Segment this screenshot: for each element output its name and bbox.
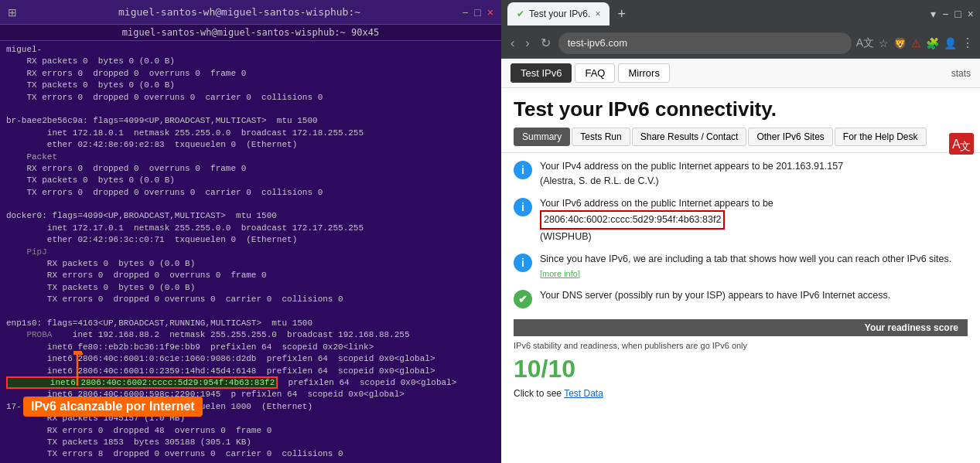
terminal-titlebar: ⊞ miguel-santos-wh@miguel-santos-wisphub… <box>0 0 501 25</box>
tab-help-desk[interactable]: For the Help Desk <box>835 128 927 146</box>
readiness-sub-text: IPv6 stability and readiness, when publi… <box>514 339 968 352</box>
nav-tab-mirrors[interactable]: Mirrors <box>618 63 669 83</box>
results-content: i Your IPv4 address on the public Intern… <box>501 153 980 405</box>
readiness-score-bar: Your readiness score <box>514 319 968 336</box>
test-data-link[interactable]: Test Data <box>564 388 603 399</box>
close-browser-btn[interactable]: × <box>968 8 974 20</box>
close-btn[interactable]: × <box>487 6 493 19</box>
ipv4-result-text: Your IPv4 address on the public Internet… <box>540 159 968 189</box>
grid-icon: ⊞ <box>8 6 17 19</box>
terminal-title: miguel-santos-wh@miguel-santos-wisphub:~ <box>118 6 360 18</box>
ipv6-address-highlight: 2806:40c:6002:cccc:5d29:954f:4b63:83f2 <box>540 210 725 230</box>
extensions-icon[interactable]: 🧩 <box>926 37 939 49</box>
profile-icon[interactable]: 👤 <box>944 37 957 49</box>
more-info-link[interactable]: [more info] <box>540 269 580 278</box>
reload-btn[interactable]: ↻ <box>538 34 554 52</box>
warning-icon: ⚠ <box>911 37 921 49</box>
nav-tab-test-ipv6[interactable]: Test IPv6 <box>510 63 572 83</box>
info-icon-3: i <box>514 254 532 272</box>
ipv6-result-row: i Your IPv6 address on the public Intern… <box>514 196 968 244</box>
check-icon: ✔ <box>514 290 532 308</box>
browser-content: Test IPv6 FAQ Mirrors stats Test your IP… <box>501 59 980 463</box>
active-tab[interactable]: ✔ Test your IPv6. × <box>507 2 610 26</box>
results-tabs: Summary Tests Run Share Results / Contac… <box>501 128 980 153</box>
terminal-body: miguel- RX packets 0 bytes 0 (0.0 B) RX … <box>0 41 501 463</box>
chevron-down-icon[interactable]: ▾ <box>930 8 936 20</box>
ipv6-annotation: IPv6 alcanzable por Internet <box>23 397 203 417</box>
minimize-browser-btn[interactable]: − <box>942 8 948 20</box>
forward-btn[interactable]: › <box>522 35 532 52</box>
ipv6-result-text: Your IPv6 address on the public Internet… <box>540 196 968 244</box>
maximize-btn[interactable]: □ <box>474 6 480 19</box>
back-btn[interactable]: ‹ <box>507 35 517 52</box>
tab-share-results[interactable]: Share Results / Contact <box>632 128 747 146</box>
ipv6-tab-info-row: i Since you have IPv6, we are including … <box>514 252 968 281</box>
dns-result-text: Your DNS server (possibly run by your IS… <box>540 288 968 303</box>
browser-titlebar: ✔ Test your IPv6. × + ▾ − □ × <box>501 0 980 28</box>
site-nav: Test IPv6 FAQ Mirrors stats <box>501 59 980 88</box>
stats-link[interactable]: stats <box>951 68 971 79</box>
ipv6-tab-info-text: Since you have IPv6, we are including a … <box>540 252 968 281</box>
tab-close-btn[interactable]: × <box>595 9 600 19</box>
bookmark-icon[interactable]: ☆ <box>879 37 889 49</box>
nav-tab-faq[interactable]: FAQ <box>575 63 615 83</box>
tab-title: Test your IPv6. <box>529 9 590 19</box>
tab-other-ipv6[interactable]: Other IPv6 Sites <box>748 128 832 146</box>
test-data-link-container: Click to see Test Data <box>514 388 968 399</box>
ipv4-result-row: i Your IPv4 address on the public Intern… <box>514 159 968 189</box>
maximize-browser-btn[interactable]: □ <box>954 8 961 20</box>
browser-icons: A文 ☆ 🦁 ⚠ 🧩 👤 ⋮ <box>856 36 974 50</box>
tab-overflow-btn[interactable]: ▾ − □ × <box>930 8 974 20</box>
address-bar[interactable] <box>558 32 852 54</box>
terminal-subtitle: miguel-santos-wh@miguel-santos-wisphub:~… <box>0 25 501 41</box>
more-options-icon[interactable]: ⋮ <box>961 36 974 50</box>
info-icon-2: i <box>514 198 532 216</box>
terminal-window: ⊞ miguel-santos-wh@miguel-santos-wisphub… <box>0 0 501 463</box>
info-icon-1: i <box>514 161 532 179</box>
terminal-controls[interactable]: − □ × <box>462 6 493 19</box>
translate-popup-icon[interactable]: A 文 <box>949 133 974 159</box>
tab-summary[interactable]: Summary <box>514 128 570 146</box>
brave-shield-icon[interactable]: 🦁 <box>893 37 907 49</box>
minimize-btn[interactable]: − <box>462 6 468 19</box>
browser-controls: ‹ › ↻ A文 ☆ 🦁 ⚠ 🧩 👤 ⋮ <box>501 28 980 59</box>
dns-result-row: ✔ Your DNS server (possibly run by your … <box>514 288 968 308</box>
page-title: Test your IPv6 connectivity. <box>501 88 980 128</box>
readiness-score: 10/10 <box>514 355 575 383</box>
click-to-see-text: Click to see <box>514 388 562 399</box>
tab-bar: ✔ Test your IPv6. × + <box>507 2 630 26</box>
browser-window: ✔ Test your IPv6. × + ▾ − □ × ‹ › ↻ A文 ☆… <box>501 0 980 463</box>
tab-tests-run[interactable]: Tests Run <box>572 128 630 146</box>
svg-text:文: 文 <box>960 140 971 152</box>
translate-icon[interactable]: A文 <box>856 36 874 50</box>
new-tab-btn[interactable]: + <box>613 5 630 24</box>
tab-favicon: ✔ <box>517 9 524 19</box>
